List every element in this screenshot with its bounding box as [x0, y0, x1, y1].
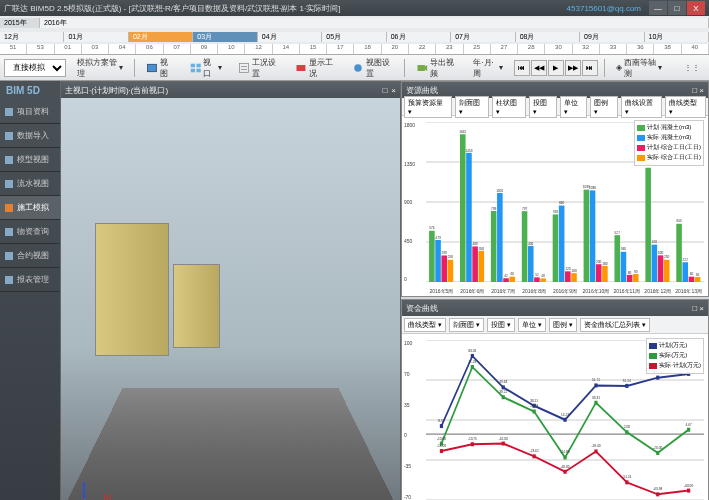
panel-toolbar-button[interactable]: 曲线设置 ▾: [621, 96, 662, 118]
panel-toolbar-button[interactable]: 剖面图 ▾: [455, 96, 489, 118]
viewport-maximize-icon[interactable]: □: [382, 86, 387, 95]
timeline-week[interactable]: 40: [682, 44, 709, 54]
panel-toolbar-button[interactable]: 资金曲线汇总列表 ▾: [580, 318, 650, 332]
timeline-week[interactable]: 32: [573, 44, 600, 54]
panel-toolbar-button[interactable]: 预算资源量 ▾: [404, 96, 452, 118]
plan-mgmt-button[interactable]: 模拟方案管理 ▾: [72, 54, 128, 82]
timeline-month[interactable]: 03月: [193, 32, 257, 42]
showwork-button[interactable]: 显示工况: [290, 54, 341, 82]
panel-toolbar-button[interactable]: 单位 ▾: [560, 96, 587, 118]
timeline-year[interactable]: 2015年: [0, 18, 40, 28]
workset-button[interactable]: 工况设置: [233, 54, 284, 82]
timeline-month[interactable]: 12月: [0, 32, 64, 42]
view-button[interactable]: 视图: [141, 54, 178, 82]
next-button[interactable]: ▶▶: [565, 60, 581, 76]
timeline-month[interactable]: 06月: [387, 32, 451, 42]
panel-toolbar-button[interactable]: 投图 ▾: [529, 96, 556, 118]
user-account[interactable]: 453715601@qq.com: [567, 4, 641, 13]
svg-text:71.28: 71.28: [468, 360, 476, 364]
svg-text:40: 40: [541, 274, 545, 278]
cost-line-chart[interactable]: 8.5783.0449.6330.1115.2351.7151.2460.006…: [402, 334, 708, 500]
timeline-week[interactable]: 06: [136, 44, 163, 54]
panel-max-icon[interactable]: □: [692, 304, 697, 313]
time-unit-select[interactable]: 年·月·周 ▾: [468, 54, 508, 82]
sidebar-item-import[interactable]: 数据导入: [0, 124, 60, 148]
export-video-button[interactable]: 导出视频: [411, 54, 462, 82]
viewport-button[interactable]: 视口 ▾: [185, 54, 228, 82]
axis-gizmo[interactable]: [69, 476, 99, 500]
timeline-week[interactable]: 23: [436, 44, 463, 54]
sidebar-item-query[interactable]: 物资查询: [0, 220, 60, 244]
timeline-week[interactable]: 53: [27, 44, 54, 54]
timeline-week[interactable]: 22: [409, 44, 436, 54]
prev-button[interactable]: ◀◀: [531, 60, 547, 76]
panel-close-icon[interactable]: ×: [699, 304, 704, 313]
sim-mode-select[interactable]: 直接模拟: [4, 59, 66, 77]
sidebar-item-model[interactable]: 模型视图: [0, 148, 60, 172]
svg-text:473: 473: [435, 235, 440, 239]
panel-toolbar-button[interactable]: 曲线类型 ▾: [665, 96, 706, 118]
timeline-month[interactable]: 02月: [129, 32, 193, 42]
viewset-button[interactable]: 视图设置: [347, 54, 398, 82]
last-button[interactable]: ⏭: [582, 60, 598, 76]
timeline-month[interactable]: 08月: [516, 32, 580, 42]
timeline-month[interactable]: 09月: [580, 32, 644, 42]
timeline-week[interactable]: 17: [327, 44, 354, 54]
svg-rect-66: [565, 271, 571, 282]
panel-toolbar-button[interactable]: 曲线类型 ▾: [404, 318, 446, 332]
timeline-week[interactable]: 04: [109, 44, 136, 54]
resource-bar-chart[interactable]: 5761662799797760103952712856554731453100…: [402, 116, 708, 296]
sidebar-item-cube[interactable]: 项目资料: [0, 100, 60, 124]
maximize-button[interactable]: □: [668, 1, 686, 15]
timeline[interactable]: 2015年2016年 12月01月02月03月04月05月06月07月08月09…: [0, 16, 709, 55]
timeline-month[interactable]: 10月: [645, 32, 709, 42]
report-icon: [4, 275, 14, 285]
close-button[interactable]: X: [687, 1, 705, 15]
panel-close-icon[interactable]: ×: [699, 86, 704, 95]
timeline-week[interactable]: 25: [464, 44, 491, 54]
panel-toolbar-button[interactable]: 图例 ▾: [549, 318, 577, 332]
timeline-year[interactable]: 2016年: [40, 18, 709, 28]
timeline-week[interactable]: 36: [627, 44, 654, 54]
timeline-week[interactable]: 27: [491, 44, 518, 54]
timeline-month[interactable]: 04月: [258, 32, 322, 42]
panel-toolbar-button[interactable]: 柱状图 ▾: [492, 96, 526, 118]
toolbar-menu-icon[interactable]: ⋮⋮: [679, 60, 705, 75]
panel-toolbar-button[interactable]: 剖面图 ▾: [449, 318, 484, 332]
viewport-close-icon[interactable]: ×: [391, 86, 396, 95]
timeline-week[interactable]: 07: [164, 44, 191, 54]
sidebar-item-contract[interactable]: 合约视图: [0, 244, 60, 268]
panel-max-icon[interactable]: □: [692, 86, 697, 95]
panel-toolbar-button[interactable]: 投图 ▾: [487, 318, 515, 332]
region-select[interactable]: ◈ 西南等轴测 ▾: [611, 54, 667, 82]
minimize-button[interactable]: —: [649, 1, 667, 15]
timeline-week[interactable]: 38: [654, 44, 681, 54]
panel-toolbar-button[interactable]: 图例 ▾: [590, 96, 617, 118]
timeline-week[interactable]: 14: [273, 44, 300, 54]
svg-rect-3: [190, 68, 194, 72]
sidebar-item-sim[interactable]: 施工模拟: [0, 196, 60, 220]
timeline-month[interactable]: 01月: [64, 32, 128, 42]
timeline-week[interactable]: 12: [245, 44, 272, 54]
sidebar-item-flow[interactable]: 流水视图: [0, 172, 60, 196]
timeline-month[interactable]: 05月: [322, 32, 386, 42]
timeline-week[interactable]: 15: [300, 44, 327, 54]
timeline-week[interactable]: 01: [55, 44, 82, 54]
sidebar-item-report[interactable]: 报表管理: [0, 268, 60, 292]
first-button[interactable]: ⏮: [514, 60, 530, 76]
play-button[interactable]: ▶: [548, 60, 564, 76]
timeline-week[interactable]: 33: [600, 44, 627, 54]
timeline-week[interactable]: 09: [191, 44, 218, 54]
svg-rect-16: [5, 276, 13, 284]
timeline-week[interactable]: 51: [0, 44, 27, 54]
svg-rect-78: [478, 251, 484, 282]
timeline-week[interactable]: 20: [382, 44, 409, 54]
3d-viewport[interactable]: N: [61, 98, 400, 500]
timeline-week[interactable]: 10: [218, 44, 245, 54]
timeline-week[interactable]: 30: [545, 44, 572, 54]
timeline-month[interactable]: 07月: [451, 32, 515, 42]
timeline-week[interactable]: 28: [518, 44, 545, 54]
panel-toolbar-button[interactable]: 单位 ▾: [518, 318, 546, 332]
timeline-week[interactable]: 03: [82, 44, 109, 54]
timeline-week[interactable]: 18: [354, 44, 381, 54]
